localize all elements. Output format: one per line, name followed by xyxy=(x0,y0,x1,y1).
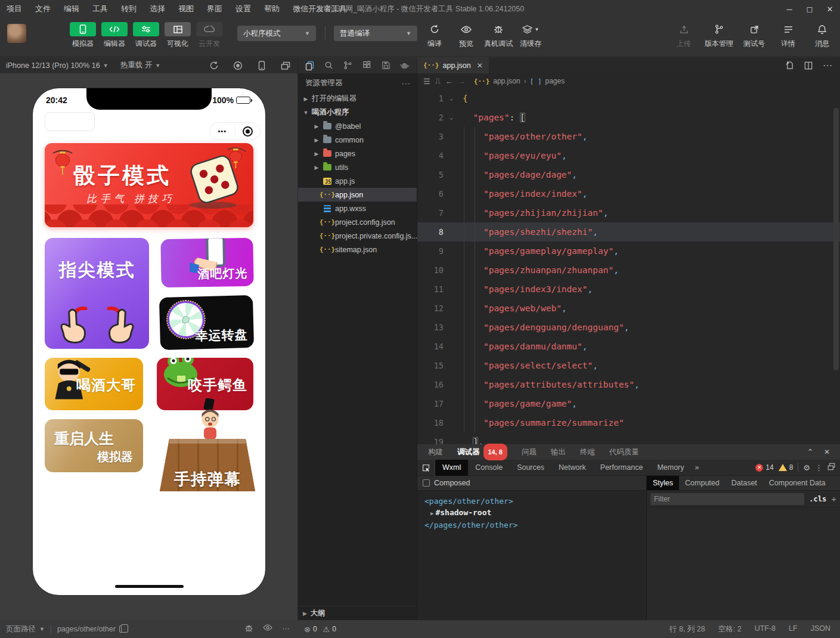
card-lucky-wheel[interactable]: 幸运转盘 xyxy=(159,295,254,350)
menu-6[interactable]: 选择 xyxy=(143,0,172,18)
debug-tab-输出[interactable]: 输出 xyxy=(544,444,573,460)
nav-forward-icon[interactable]: → xyxy=(458,77,466,86)
status-item-2[interactable]: 空格: 2 xyxy=(718,624,742,634)
file-project.private.config.js...[interactable]: {··}project.private.config.js... xyxy=(298,229,417,243)
shadow-root-node[interactable]: #shadow-root xyxy=(435,508,491,517)
more-tabs-icon[interactable]: » xyxy=(692,463,703,472)
status-item-1[interactable]: 行 8, 列 28 xyxy=(669,624,705,634)
devtools-menu-icon[interactable]: ⋮ xyxy=(815,463,823,472)
code-line-6[interactable]: 6 "pages/index/index", xyxy=(417,184,840,203)
more-status-icon[interactable]: ··· xyxy=(282,624,290,634)
project-root[interactable]: ▼喝酒小程序 xyxy=(298,106,417,119)
open-editors-section[interactable]: ▶打开的编辑器 xyxy=(298,92,417,106)
more-actions-icon[interactable]: ··· xyxy=(820,58,835,73)
add-style-icon[interactable]: + xyxy=(831,494,836,504)
card-handheld-danmu[interactable]: 手持弹幕 xyxy=(160,410,255,494)
menu-3[interactable]: 编辑 xyxy=(57,0,86,18)
code-line-5[interactable]: 5 "pages/dage/dage", xyxy=(417,165,840,184)
devtools-tab-performance[interactable]: Performance xyxy=(593,460,650,476)
file-utils[interactable]: ▶utils xyxy=(298,160,417,174)
copy-path-icon[interactable] xyxy=(119,625,125,633)
compile-mode-dropdown[interactable]: 普通编译▼ xyxy=(334,26,417,41)
collapse-panel-icon[interactable]: ⌃ xyxy=(803,448,817,456)
toolbar-button-真机调试[interactable]: 真机调试 xyxy=(484,18,513,49)
debug-bug-icon[interactable] xyxy=(244,624,253,634)
expand-arrow-icon[interactable]: ▶ xyxy=(430,510,433,516)
code-line-14[interactable]: 14 "pages/danmu/danmu", xyxy=(417,337,840,356)
inspect-element-icon[interactable] xyxy=(417,460,435,476)
devtools-tab-network[interactable]: Network xyxy=(551,460,593,476)
card-restart-life-simulator[interactable]: 重启人生 模拟器 xyxy=(45,419,143,472)
code-line-13[interactable]: 13 "pages/dengguang/dengguang", xyxy=(417,318,840,337)
menu-8[interactable]: 界面 xyxy=(200,0,229,18)
problems-errors[interactable]: ⊗0 xyxy=(304,625,317,634)
style-filter-input[interactable] xyxy=(650,493,804,505)
git-icon[interactable] xyxy=(341,58,355,73)
file-app.json[interactable]: {··}app.json xyxy=(298,188,417,202)
error-counter[interactable]: ✕ 14 xyxy=(755,463,773,472)
debug-tab-构建[interactable]: 构建 xyxy=(421,444,450,460)
breadcrumb-file[interactable]: app.json xyxy=(493,77,520,85)
code-line-4[interactable]: 4 "pages/eyu/eyu", xyxy=(417,146,840,165)
code-line-11[interactable]: 11 "pages/index3/index", xyxy=(417,280,840,299)
code-area[interactable]: 1⌄{2⌄ "pages": [3 "pages/other/other",4 … xyxy=(417,89,840,444)
devtools-tab-wxml[interactable]: Wxml xyxy=(435,460,468,476)
warning-counter[interactable]: 8 xyxy=(779,463,793,472)
toolbar-button-清缓存[interactable]: ▼清缓存 xyxy=(517,18,544,49)
wxml-open-tag[interactable]: <pages/other/other> xyxy=(424,495,646,507)
debug-tab-代码质量[interactable]: 代码质量 xyxy=(602,444,646,460)
code-line-9[interactable]: 9 "pages/gameplay/gameplay", xyxy=(417,241,840,261)
menu-5[interactable]: 转到 xyxy=(114,0,143,18)
file-project.config.json[interactable]: {··}project.config.json xyxy=(298,215,417,229)
editor-scrollbar[interactable] xyxy=(833,108,839,370)
status-item-5[interactable]: JSON xyxy=(811,624,830,634)
mode-dropdown[interactable]: 小程序模式▼ xyxy=(237,26,316,41)
user-avatar[interactable] xyxy=(7,24,26,43)
exit-target-icon[interactable] xyxy=(235,126,261,137)
code-line-17[interactable]: 17 "pages/game/game", xyxy=(417,394,840,413)
toolbar-button-上传[interactable]: 上传 xyxy=(669,18,699,49)
devtools-tab-sources[interactable]: Sources xyxy=(510,460,551,476)
file-app.wxss[interactable]: app.wxss xyxy=(298,202,417,215)
code-line-12[interactable]: 12 "pages/web/web", xyxy=(417,299,840,318)
extensions-icon[interactable] xyxy=(359,58,374,73)
code-line-16[interactable]: 16 "pages/attributes/attributes", xyxy=(417,375,840,394)
toolbar-button-详情[interactable]: 详情 xyxy=(773,18,803,49)
devtools-settings-icon[interactable]: ⚙ xyxy=(803,463,810,472)
toolbar-button-测试号[interactable]: 测试号 xyxy=(739,18,769,49)
styles-tab-computed[interactable]: Computed xyxy=(679,476,726,490)
code-line-7[interactable]: 7 "pages/zhijian/zhijian", xyxy=(417,203,840,222)
code-line-10[interactable]: 10 "pages/zhuanpan/zhuanpan", xyxy=(417,261,840,280)
toolbar-button-调试器[interactable]: 调试器 xyxy=(132,18,160,49)
styles-tab-dataset[interactable]: Dataset xyxy=(726,476,763,490)
breadcrumb-node[interactable]: pages xyxy=(545,77,565,85)
debug-tab-调试器[interactable]: 调试器14, 8 xyxy=(450,444,514,460)
split-editor-icon[interactable] xyxy=(801,58,816,73)
menu-4[interactable]: 工具 xyxy=(86,0,114,18)
file-app.js[interactable]: JSapp.js xyxy=(298,174,417,188)
file-pages[interactable]: ▶pages xyxy=(298,147,417,160)
code-line-18[interactable]: 18 "pages/summarize/summarize" xyxy=(417,413,840,432)
toolbar-button-预览[interactable]: 预览 xyxy=(452,18,480,49)
page-path-label[interactable]: 页面路径 xyxy=(6,624,36,634)
card-bar-light[interactable]: 酒吧灯光 xyxy=(160,238,253,288)
tab-app-json[interactable]: {··} app.json ✕ xyxy=(417,57,489,73)
stop-icon[interactable] xyxy=(226,57,250,73)
file-@babel[interactable]: ▶@babel xyxy=(298,119,417,133)
close-tab-icon[interactable]: ✕ xyxy=(477,61,483,70)
toolbar-button-云开发[interactable]: 云开发 xyxy=(196,18,223,49)
save-icon[interactable] xyxy=(379,58,393,73)
windows-icon[interactable] xyxy=(274,57,297,73)
styles-tab-styles[interactable]: Styles xyxy=(647,476,679,490)
devtools-tab-memory[interactable]: Memory xyxy=(650,460,691,476)
mock-teapot-icon[interactable] xyxy=(398,58,412,73)
card-fingertip-mode[interactable]: 指尖模式 xyxy=(45,238,149,349)
device-selector[interactable]: iPhone 12/13 (Pro) 100% 16▼ xyxy=(0,61,114,70)
outline-section[interactable]: ▶大纲 xyxy=(298,606,417,620)
code-line-15[interactable]: 15 "pages/select/select", xyxy=(417,356,840,375)
minimize-button[interactable]: ─ xyxy=(779,0,799,18)
status-item-4[interactable]: LF xyxy=(789,624,798,634)
toolbar-button-版本管理[interactable]: 版本管理 xyxy=(703,18,735,49)
toolbar-button-编辑器[interactable]: 编辑器 xyxy=(101,18,128,49)
close-panel-icon[interactable]: ✕ xyxy=(820,448,834,456)
